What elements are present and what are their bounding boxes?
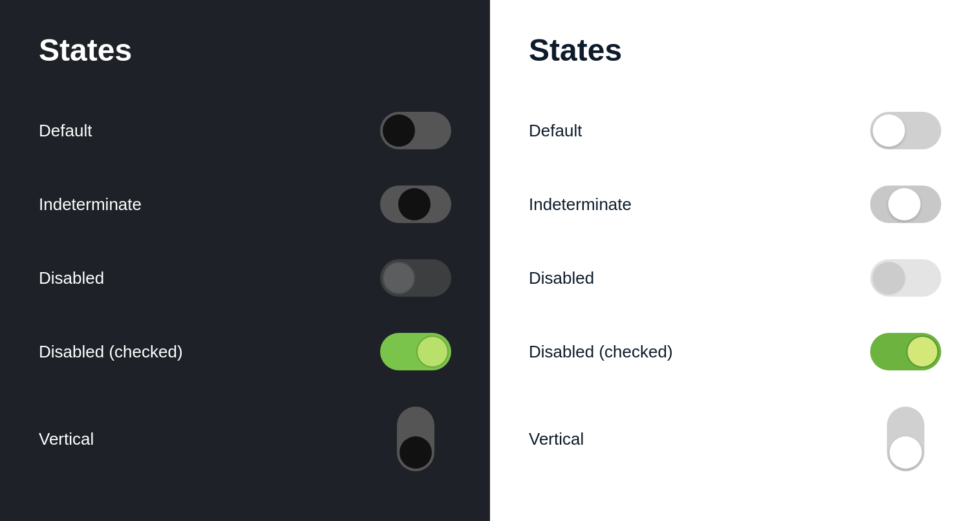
toggle-disabled-checked-dark-container — [380, 333, 451, 370]
state-row-indeterminate-light: Indeterminate — [529, 167, 941, 241]
toggle-default-light[interactable] — [870, 112, 941, 149]
toggle-disabled-checked-light-container — [870, 333, 941, 370]
toggle-indeterminate-dark-container[interactable] — [380, 186, 451, 223]
state-label-disabled-checked-light: Disabled (checked) — [529, 342, 673, 362]
state-row-disabled-checked-light: Disabled (checked) — [529, 315, 941, 388]
toggle-indeterminate-light-container[interactable] — [870, 186, 941, 223]
state-label-disabled-checked-dark: Disabled (checked) — [39, 342, 183, 362]
toggle-disabled-light-knob — [873, 262, 905, 294]
dark-panel-title: States — [39, 32, 451, 68]
toggle-disabled-light — [870, 259, 941, 297]
toggle-disabled-checked-light-knob — [906, 335, 939, 368]
state-label-disabled-dark: Disabled — [39, 268, 104, 288]
dark-panel: States Default Indeterminate Disabled Di… — [0, 0, 490, 521]
state-label-indeterminate-dark: Indeterminate — [39, 195, 142, 215]
light-panel-title: States — [529, 32, 941, 68]
toggle-vertical-dark-knob — [399, 436, 432, 469]
toggle-default-dark-container[interactable] — [380, 112, 451, 149]
toggle-disabled-checked-light — [870, 333, 941, 370]
state-row-default-dark: Default — [39, 94, 451, 167]
toggle-default-light-container[interactable] — [870, 112, 941, 149]
state-row-disabled-light: Disabled — [529, 241, 941, 315]
toggle-indeterminate-light[interactable] — [870, 186, 941, 223]
toggle-disabled-checked-dark — [380, 333, 451, 370]
toggle-disabled-dark — [380, 259, 451, 297]
state-row-vertical-dark: Vertical — [39, 388, 451, 489]
toggle-disabled-light-container — [870, 259, 941, 297]
toggle-disabled-dark-knob — [383, 262, 415, 294]
state-row-default-light: Default — [529, 94, 941, 167]
toggle-default-dark-knob — [383, 114, 415, 147]
state-label-disabled-light: Disabled — [529, 268, 594, 288]
toggle-vertical-light-container[interactable] — [870, 407, 941, 471]
state-row-disabled-checked-dark: Disabled (checked) — [39, 315, 451, 388]
state-label-default-dark: Default — [39, 121, 92, 141]
toggle-vertical-light-knob — [889, 436, 922, 469]
state-row-disabled-dark: Disabled — [39, 241, 451, 315]
toggle-indeterminate-dark[interactable] — [380, 186, 451, 223]
light-panel: States Default Indeterminate Disabled Di… — [490, 0, 980, 521]
toggle-default-light-knob — [873, 114, 905, 147]
state-label-vertical-dark: Vertical — [39, 429, 94, 449]
toggle-indeterminate-light-knob — [888, 188, 921, 220]
toggle-indeterminate-dark-knob — [398, 188, 431, 220]
toggle-vertical-dark-container[interactable] — [380, 407, 451, 471]
toggle-vertical-dark[interactable] — [397, 407, 434, 471]
state-label-default-light: Default — [529, 121, 582, 141]
toggle-disabled-dark-container — [380, 259, 451, 297]
toggle-vertical-light[interactable] — [887, 407, 924, 471]
toggle-disabled-checked-dark-knob — [416, 335, 449, 368]
state-label-indeterminate-light: Indeterminate — [529, 195, 632, 215]
toggle-default-dark[interactable] — [380, 112, 451, 149]
state-row-vertical-light: Vertical — [529, 388, 941, 489]
state-label-vertical-light: Vertical — [529, 429, 584, 449]
state-row-indeterminate-dark: Indeterminate — [39, 167, 451, 241]
